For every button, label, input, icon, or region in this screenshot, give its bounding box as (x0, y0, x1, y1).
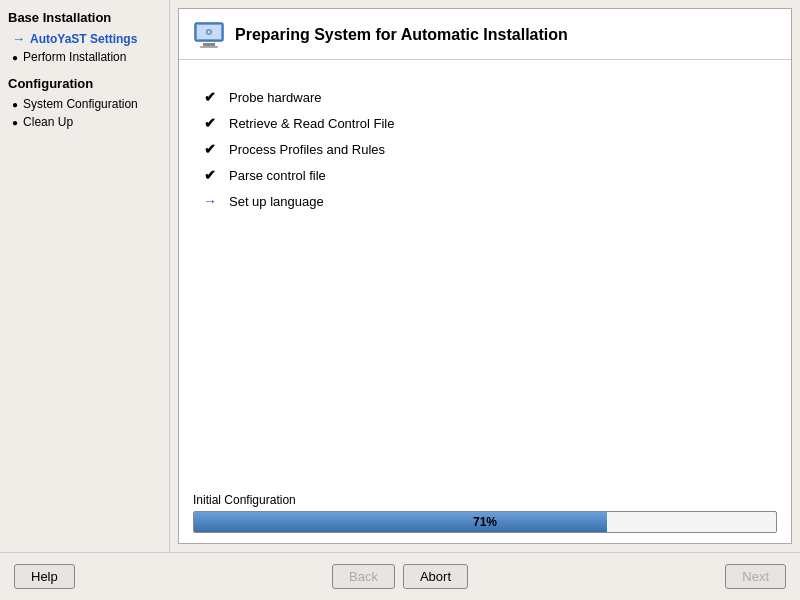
step-list: ✔ Probe hardware ✔ Retrieve & Read Contr… (199, 84, 771, 214)
sidebar-item-system-config[interactable]: ● System Configuration (8, 95, 161, 113)
arrow-icon: → (12, 31, 25, 46)
progress-label: Initial Configuration (193, 493, 777, 507)
content-body: ✔ Probe hardware ✔ Retrieve & Read Contr… (179, 60, 791, 483)
step-icon-2: ✔ (199, 141, 221, 157)
bottom-right: Next (725, 564, 786, 589)
bottom-center: Back Abort (332, 564, 468, 589)
abort-button[interactable]: Abort (403, 564, 468, 589)
content-title: Preparing System for Automatic Installat… (235, 26, 568, 44)
bottom-bar: Help Back Abort Next (0, 552, 800, 600)
step-icon-1: ✔ (199, 115, 221, 131)
svg-rect-3 (200, 46, 218, 48)
progress-bar-container: 71% (193, 511, 777, 533)
sidebar-item-cleanup[interactable]: ● Clean Up (8, 113, 161, 131)
computer-icon (193, 19, 225, 51)
sidebar-item-label-sysconfig: System Configuration (23, 97, 138, 111)
sidebar-item-autoyast[interactable]: → AutoYaST Settings (8, 29, 161, 48)
back-button[interactable]: Back (332, 564, 395, 589)
bottom-left: Help (14, 564, 75, 589)
content-header: Preparing System for Automatic Installat… (179, 9, 791, 60)
step-icon-0: ✔ (199, 89, 221, 105)
svg-rect-2 (203, 43, 215, 46)
step-label-1: Retrieve & Read Control File (229, 116, 394, 131)
step-label-3: Parse control file (229, 168, 326, 183)
step-icon-4: → (199, 193, 221, 209)
progress-bar-text: 71% (194, 515, 776, 529)
sidebar-item-perform-installation[interactable]: ● Perform Installation (8, 48, 161, 66)
svg-point-5 (208, 31, 211, 34)
content-footer: Initial Configuration 71% (179, 483, 791, 543)
step-label-2: Process Profiles and Rules (229, 142, 385, 157)
content-panel: Preparing System for Automatic Installat… (178, 8, 792, 544)
step-item-2: ✔ Process Profiles and Rules (199, 136, 771, 162)
step-item-3: ✔ Parse control file (199, 162, 771, 188)
step-item-1: ✔ Retrieve & Read Control File (199, 110, 771, 136)
bullet-icon: ● (12, 52, 18, 63)
sidebar-item-label-cleanup: Clean Up (23, 115, 73, 129)
next-button[interactable]: Next (725, 564, 786, 589)
sidebar-item-label-perform: Perform Installation (23, 50, 126, 64)
bullet-icon: ● (12, 117, 18, 128)
sidebar-item-label-autoyast: AutoYaST Settings (30, 32, 137, 46)
sidebar-section-config: Configuration ● System Configuration ● C… (8, 76, 161, 131)
bullet-icon: ● (12, 99, 18, 110)
step-icon-3: ✔ (199, 167, 221, 183)
step-item-4: → Set up language (199, 188, 771, 214)
help-button[interactable]: Help (14, 564, 75, 589)
step-item-0: ✔ Probe hardware (199, 84, 771, 110)
sidebar: Base Installation → AutoYaST Settings ● … (0, 0, 170, 552)
step-label-0: Probe hardware (229, 90, 322, 105)
sidebar-section-title-base: Base Installation (8, 10, 161, 25)
sidebar-section-base: Base Installation → AutoYaST Settings ● … (8, 10, 161, 66)
step-label-4: Set up language (229, 194, 324, 209)
sidebar-section-title-config: Configuration (8, 76, 161, 91)
